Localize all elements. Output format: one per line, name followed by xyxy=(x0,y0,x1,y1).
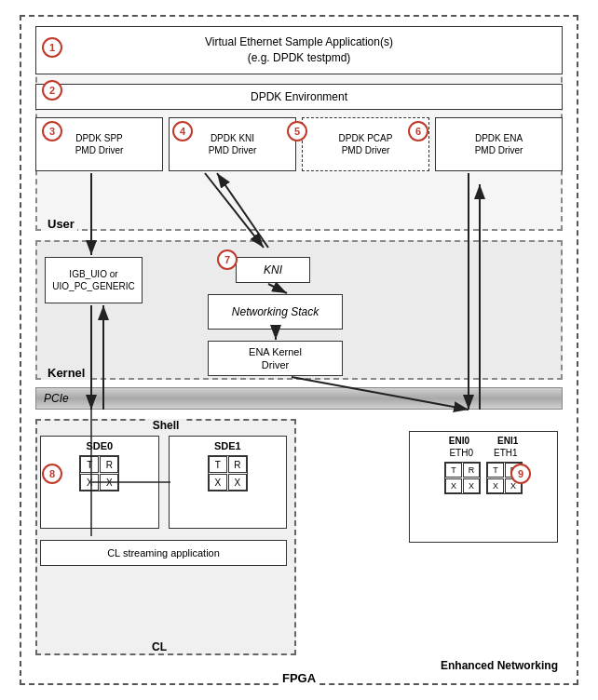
dpdk-spp-text: DPDK SPPPMD Driver xyxy=(75,132,124,156)
user-label: User xyxy=(45,217,77,231)
eni0-trx-grid: T R X X xyxy=(444,462,481,494)
sde0-t: T xyxy=(80,456,99,473)
eth1-label: ETH1 xyxy=(494,448,518,458)
badge-5-text: 5 xyxy=(294,126,300,137)
ena-kernel-text: ENA KernelDriver xyxy=(249,345,302,372)
diagram-container: FPGA User Virtual Ethernet Sample Applic… xyxy=(20,15,578,685)
fpga-label: FPGA xyxy=(279,671,319,685)
eni1-t: T xyxy=(487,463,504,478)
cl-stream-text: CL streaming application xyxy=(107,547,220,559)
sde1-trx-grid: T R X X xyxy=(208,455,248,491)
badge-6-text: 6 xyxy=(415,126,421,137)
kernel-label: Kernel xyxy=(45,366,88,380)
dpdk-env-text: DPDK Environment xyxy=(251,90,347,103)
sde0-x2: X xyxy=(100,474,118,491)
badge-7: 7 xyxy=(217,249,238,270)
net-stack-text: Networking Stack xyxy=(232,305,319,318)
badge-3-text: 3 xyxy=(49,126,55,137)
cl-stream-box: CL streaming application xyxy=(40,540,287,566)
sde1-box: SDE1 T R X X xyxy=(169,436,288,529)
badge-5: 5 xyxy=(287,121,307,141)
pcie-bar: PCIe xyxy=(35,387,563,410)
sde0-trx-grid: T R X X xyxy=(79,455,119,491)
dpdk-ena-text: DPDK ENAPMD Driver xyxy=(475,132,523,156)
sde0-title: SDE0 xyxy=(86,440,113,451)
badge-3: 3 xyxy=(42,121,62,141)
badge-4-text: 4 xyxy=(180,126,185,137)
kni-box: KNI xyxy=(236,257,310,283)
eth0-label: ETH0 xyxy=(449,448,473,458)
eni0-r: R xyxy=(463,463,480,478)
sde1-title: SDE1 xyxy=(214,440,241,451)
dpdk-kni-text: DPDK KNIPMD Driver xyxy=(209,132,257,156)
eni-area: ENI0 ENI1 ETH0 ETH1 T R X X T R X X xyxy=(409,431,558,543)
igb-uio-text: IGB_UIO orUIO_PC_GENERIC xyxy=(52,268,134,292)
badge-6: 6 xyxy=(408,121,428,141)
dpdk-env-box: DPDK Environment xyxy=(35,84,563,110)
eni0-x1: X xyxy=(445,478,462,493)
badge-1: 1 xyxy=(42,37,62,58)
badge-8: 8 xyxy=(42,464,62,484)
sde1-x1: X xyxy=(209,474,227,491)
badge-7-text: 7 xyxy=(224,254,230,265)
badge-8-text: 8 xyxy=(49,468,55,479)
eni-eth-labels: ETH0 ETH1 xyxy=(449,448,517,458)
sde0-r: R xyxy=(100,456,118,473)
cl-label: CL xyxy=(152,640,167,653)
eni-top-labels: ENI0 ENI1 xyxy=(449,436,518,446)
igb-uio-box: IGB_UIO orUIO_PC_GENERIC xyxy=(45,257,143,303)
dpdk-pcap-text: DPDK PCAPPMD Driver xyxy=(339,132,393,156)
badge-9: 9 xyxy=(510,464,531,484)
sde-area: SDE0 T R X X SDE1 T R X X xyxy=(40,436,287,529)
badge-4: 4 xyxy=(172,121,193,141)
net-stack-box: Networking Stack xyxy=(208,294,343,330)
virt-eth-text: Virtual Ethernet Sample Application(s)(e… xyxy=(205,34,393,66)
kni-text: KNI xyxy=(264,263,282,276)
dpdk-ena-box: DPDK ENAPMD Driver xyxy=(435,117,563,171)
eni0-label: ENI0 xyxy=(449,436,469,446)
sde1-r: R xyxy=(228,456,247,473)
virt-eth-box: Virtual Ethernet Sample Application(s)(e… xyxy=(35,26,563,74)
ena-kernel-box: ENA KernelDriver xyxy=(208,341,343,376)
shell-label: Shell xyxy=(149,419,183,432)
eni1-x1: X xyxy=(487,478,504,493)
sde1-x2: X xyxy=(228,474,247,491)
pcie-label: PCIe xyxy=(44,392,69,405)
eni0-t: T xyxy=(445,463,462,478)
eni1-label: ENI1 xyxy=(497,436,518,446)
sde1-t: T xyxy=(209,456,227,473)
badge-1-text: 1 xyxy=(49,42,55,53)
badge-9-text: 9 xyxy=(518,468,523,479)
enhanced-net-label: Enhanced Networking xyxy=(441,659,558,672)
badge-2: 2 xyxy=(42,80,62,101)
eni0-x2: X xyxy=(463,478,480,493)
badge-2-text: 2 xyxy=(49,85,55,96)
sde0-x1: X xyxy=(80,474,99,491)
